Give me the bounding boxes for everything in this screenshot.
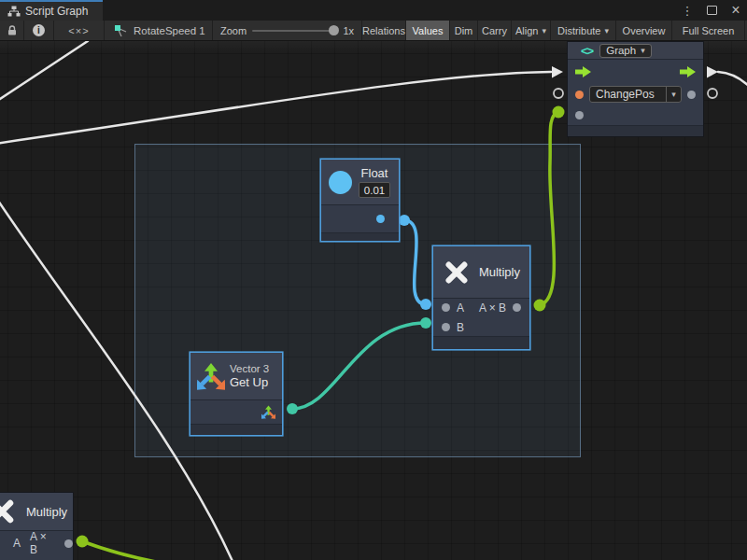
toolbar-button-fullscreen[interactable]: Full Screen	[672, 21, 745, 40]
vector3-axes-icon	[197, 362, 225, 390]
node-multiply[interactable]: Multiply A A × B B	[432, 245, 530, 350]
toolbar-button-overview[interactable]: Overview	[616, 21, 672, 40]
lock-button[interactable]	[0, 21, 24, 40]
multiply-x-icon	[0, 497, 17, 526]
tab-script-graph[interactable]: Script Graph	[0, 0, 103, 21]
graph-node-header: <> Graph ▾	[568, 42, 703, 59]
node-title: Vector 3	[230, 362, 269, 375]
node-multiply-partial[interactable]: Multiply A A × B	[0, 492, 74, 560]
multiply-input-a-port[interactable]	[442, 303, 450, 312]
multiply2-node-body: A A × B	[0, 530, 73, 560]
secondary-input-port[interactable]	[575, 111, 584, 119]
chevron-down-icon: ▾	[666, 87, 681, 102]
zoom-slider-handle[interactable]	[329, 25, 339, 35]
flow-out-port-icon[interactable]	[680, 66, 696, 77]
code-view-button[interactable]: <×>	[54, 21, 105, 40]
node-title: Multiply	[479, 265, 520, 279]
chevron-down-icon: ▾	[542, 26, 546, 35]
script-graph-window: { "window": { "title": "Script Graph" },…	[0, 0, 747, 560]
node-graph-unit[interactable]: <> Graph ▾ ChangePos ▾	[567, 41, 704, 137]
tab-bar: Script Graph ⋮ ×	[0, 0, 747, 21]
script-graph-icon	[7, 6, 21, 17]
graph-ref-label: RotateSpeed 1	[134, 25, 205, 36]
vector3-node-body	[190, 399, 282, 424]
close-icon: ×	[731, 3, 740, 18]
toolbar-buttons: Relations Values Dim Carry Align ▾ Distr…	[362, 21, 745, 40]
zoom-control: Zoom 1x	[213, 21, 362, 40]
node-footer	[190, 424, 282, 435]
node-subtitle: Get Up	[230, 375, 269, 390]
multiply-input-b-port[interactable]	[442, 323, 450, 331]
float-type-icon	[329, 171, 352, 194]
toolbar-button-values[interactable]: Values	[406, 21, 450, 40]
info-icon: i	[33, 24, 45, 36]
window-close-button[interactable]: ×	[728, 2, 743, 19]
value-output-port[interactable]	[687, 91, 696, 99]
float-node-body	[321, 204, 399, 232]
tab-title: Script Graph	[25, 5, 88, 18]
changepos-input-port[interactable]	[575, 91, 584, 99]
toolbar-button-dim[interactable]: Dim	[450, 21, 478, 40]
lock-icon	[7, 24, 18, 36]
window-controls: ⋮ ×	[680, 0, 743, 21]
toolbar-button-distribute[interactable]: Distribute ▾	[551, 21, 616, 40]
toolbar-button-relations[interactable]: Relations	[362, 21, 406, 40]
window-maximize-button[interactable]	[704, 2, 719, 19]
zoom-slider[interactable]	[252, 30, 337, 32]
menu-dots-icon: ⋮	[682, 4, 694, 18]
flow-in-port-icon[interactable]	[575, 66, 591, 77]
node-title: Float	[361, 166, 388, 180]
node-vector3-get-up[interactable]: Vector 3 Get Up	[190, 352, 283, 436]
code-brackets-icon: <>	[581, 44, 593, 58]
zoom-value: 1x	[343, 25, 354, 36]
chevron-down-icon: ▾	[641, 46, 645, 55]
float-node-header: Float 0.01	[321, 160, 399, 204]
vector3-node-header: Vector 3 Get Up	[190, 353, 282, 399]
window-menu-button[interactable]: ⋮	[680, 2, 695, 19]
graph-node-body: ChangePos ▾	[568, 59, 703, 125]
graph-toolbar: i <×> RotateSpeed 1 Zoom 1x Relations Va…	[0, 21, 747, 41]
multiply-output-port[interactable]	[513, 303, 521, 312]
maximize-icon	[707, 6, 717, 15]
multiply2-output-port[interactable]	[64, 539, 73, 548]
multiply-x-icon	[443, 258, 471, 287]
toolbar-button-align[interactable]: Align ▾	[512, 21, 551, 40]
graph-breadcrumb[interactable]: RotateSpeed 1	[105, 21, 213, 40]
node-footer	[433, 336, 529, 349]
multiply-node-body: A A × B B	[433, 298, 529, 336]
multiply-node-header: Multiply	[433, 246, 529, 298]
chevron-down-icon: ▾	[604, 26, 609, 35]
node-title: Multiply	[26, 505, 67, 519]
node-footer	[568, 125, 703, 136]
toolbar-button-carry[interactable]: Carry	[478, 21, 512, 40]
vector3-output-port[interactable]	[261, 405, 275, 419]
graph-ref-icon	[114, 24, 128, 37]
changepos-dropdown[interactable]: ChangePos ▾	[589, 86, 682, 103]
float-output-port[interactable]	[376, 215, 385, 223]
node-float[interactable]: Float 0.01	[320, 159, 400, 242]
node-footer	[321, 232, 399, 241]
info-button[interactable]: i	[24, 21, 54, 40]
graph-dropdown[interactable]: Graph ▾	[599, 44, 652, 58]
float-value-field[interactable]: 0.01	[359, 182, 390, 198]
zoom-label: Zoom	[220, 25, 247, 36]
code-icon: <×>	[68, 25, 89, 36]
multiply2-node-header: Multiply	[0, 493, 73, 530]
